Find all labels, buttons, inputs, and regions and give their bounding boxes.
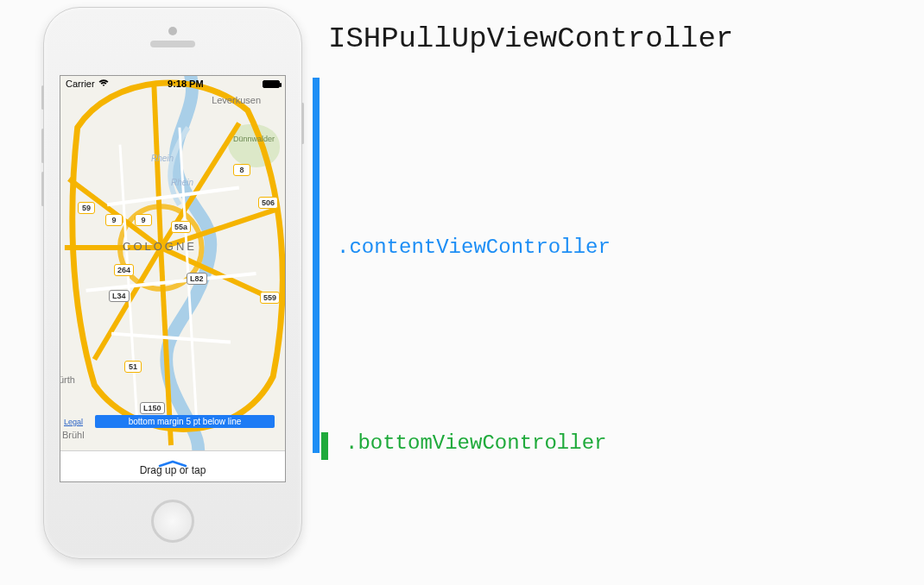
drag-handle-icon [157, 456, 188, 464]
map-content-view[interactable]: Cologne Leverkusen Dünnwalder ürth Brühl… [60, 76, 285, 450]
phone-mockup: Carrier 9:18 PM [43, 7, 302, 559]
road-shield: 559 [260, 292, 280, 304]
road-shield: L34 [109, 290, 130, 302]
road-shield: 506 [258, 197, 278, 209]
river-label: Rhein [171, 178, 193, 187]
road-shield: 8 [233, 164, 250, 176]
drag-label: Drag up or tap [140, 464, 206, 476]
town-label: Leverkusen [212, 95, 261, 105]
side-button [41, 129, 44, 163]
road-shield: 55a [171, 221, 191, 233]
content-annotation: .contentViewController [337, 236, 611, 259]
road-shield: L82 [187, 273, 207, 285]
town-label: Brühl [62, 430, 85, 440]
status-bar: Carrier 9:18 PM [60, 76, 285, 91]
speaker-grille [150, 41, 195, 47]
road-shield: 9 [135, 214, 152, 226]
battery-icon [263, 80, 280, 88]
river-label: Rhein [151, 154, 174, 163]
wifi-icon [98, 79, 109, 89]
side-button [41, 85, 44, 110]
side-button [41, 172, 44, 206]
pull-up-bar[interactable]: Drag up or tap [60, 450, 285, 481]
road-shield: 9 [105, 214, 123, 226]
side-button [301, 103, 304, 144]
road-shield: 51 [124, 361, 142, 373]
legal-link[interactable]: Legal [64, 418, 83, 426]
home-button[interactable] [151, 500, 194, 543]
screen: Carrier 9:18 PM [60, 75, 286, 482]
park-label: Dünnwalder [233, 135, 275, 143]
carrier-label: Carrier [66, 79, 95, 89]
time-label: 9:18 PM [168, 79, 204, 89]
camera-dot [168, 27, 177, 35]
bottom-annotation: .bottomViewController [345, 431, 606, 455]
page-title: ISHPullUpViewController [328, 22, 733, 55]
road-shield: 59 [78, 202, 95, 214]
content-bracket [313, 78, 320, 453]
map-roads [60, 76, 285, 450]
road-shield: 264 [114, 264, 134, 276]
bottom-bracket [321, 432, 328, 460]
town-label: ürth [60, 374, 75, 385]
city-label: Cologne [123, 240, 197, 253]
bottom-margin-overlay: bottom margin 5 pt below line [95, 415, 275, 428]
road-shield: L150 [140, 402, 165, 414]
